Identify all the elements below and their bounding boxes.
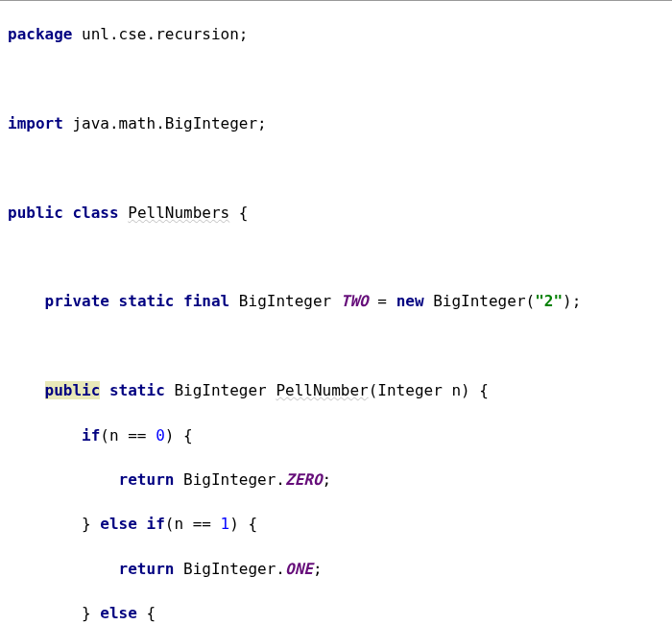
semi: ; (572, 292, 582, 310)
keyword-private: private (45, 292, 109, 310)
cparen-obrace: ) { (165, 426, 193, 445)
param-n: n (451, 381, 461, 399)
type-bigint: BigInteger (433, 292, 525, 310)
code-line: } else { (8, 602, 672, 624)
keyword-return: return (119, 560, 175, 578)
keyword-if: if (82, 426, 100, 445)
import-name: java.math.BigInteger; (63, 114, 267, 132)
cbrace: } (82, 515, 91, 533)
cparen-obrace: ) { (461, 381, 489, 399)
type-bigint: BigInteger (239, 292, 331, 310)
code-line: return BigInteger.ZERO; (8, 469, 672, 491)
cond: (n == (165, 515, 221, 533)
eq: = (369, 292, 396, 310)
cparen-obrace: ) { (229, 515, 257, 533)
num-zero: 0 (156, 426, 165, 445)
code-line: private static final BigInteger TWO = ne… (8, 290, 672, 312)
keyword-public: public (45, 381, 101, 399)
code-line-blank (8, 156, 672, 179)
code-line: package unl.cse.recursion; (8, 23, 672, 45)
keyword-else: else (100, 604, 137, 622)
cond: (n == (100, 426, 156, 445)
type-bigint: BigInteger (174, 381, 266, 399)
keyword-if: if (147, 515, 165, 533)
num-one: 1 (221, 515, 230, 533)
keyword-final: final (183, 292, 229, 310)
keyword-new: new (396, 292, 424, 310)
obrace: { (137, 604, 156, 622)
code-line-blank (8, 68, 672, 90)
string-two: "2" (535, 292, 563, 310)
keyword-import: import (8, 114, 63, 132)
code-line: public class PellNumbers { (8, 202, 672, 224)
keyword-class: class (72, 204, 118, 222)
code-line: return BigInteger.ONE; (8, 558, 672, 580)
method-pellnumber: PellNumber (276, 381, 368, 399)
field-zero: ZERO (285, 470, 323, 489)
keyword-package: package (8, 25, 72, 43)
class-name: PellNumbers (128, 204, 229, 222)
keyword-return: return (119, 470, 175, 489)
package-name: unl.cse.recursion; (72, 25, 248, 43)
cbrace: } (82, 604, 91, 622)
keyword-else: else (100, 515, 137, 533)
code-line: import java.math.BigInteger; (8, 112, 672, 134)
type-integer: Integer (377, 381, 442, 399)
code-line: public static BigInteger PellNumber(Inte… (8, 379, 672, 401)
field-two: TWO (341, 292, 369, 310)
brace: { (229, 204, 248, 222)
semi: ; (323, 470, 332, 489)
code-editor: package unl.cse.recursion; import java.m… (0, 1, 672, 625)
keyword-public: public (8, 204, 63, 222)
code-line-blank (8, 246, 672, 268)
type-bigint: BigInteger (183, 470, 276, 489)
code-line: if(n == 0) { (8, 424, 672, 446)
keyword-static: static (109, 381, 165, 399)
keyword-static: static (119, 292, 175, 310)
code-line: } else if(n == 1) { (8, 513, 672, 535)
field-one: ONE (285, 560, 313, 578)
semi: ; (313, 560, 323, 578)
code-line-blank (8, 335, 672, 357)
type-bigint: BigInteger (183, 560, 276, 578)
